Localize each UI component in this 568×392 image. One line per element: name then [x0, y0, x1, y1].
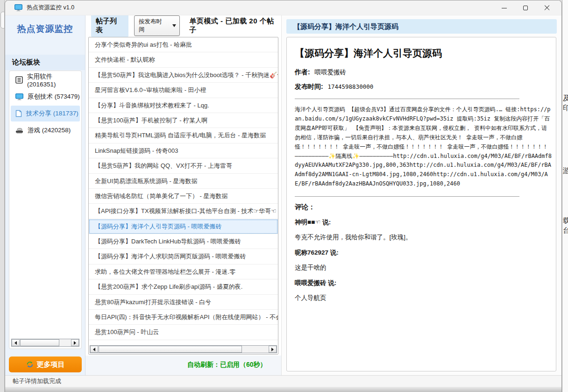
- app-icon: [14, 4, 22, 11]
- post-detail-card: 【源码分享】海洋个人引导页源码 作者: 喂喂爱搬砖 发布时间: 17445988…: [286, 37, 556, 371]
- sidebar: 热点资源监控 论坛板块 实用软件 (2016351) 原创技术 (573479)…: [5, 15, 85, 375]
- screen: 及 印 游 载 台 热点资源监控 v1.0 热点资源监控 论坛板块: [0, 0, 568, 392]
- scrollbar-thumb[interactable]: [99, 346, 242, 353]
- clipped-background-text: 载: [563, 216, 568, 225]
- post-list-item[interactable]: 文件快递柜 - 默认昵称: [89, 52, 278, 67]
- page-icon: [15, 110, 22, 117]
- divider: [295, 99, 519, 99]
- list-icon: [15, 76, 23, 84]
- post-list-item[interactable]: 【悬赏50葫芦】我这电脑进入bios为什么没boot选项？ - 千秋驹迷🎸七·: [89, 68, 278, 83]
- scrollbar-track[interactable]: [20, 339, 71, 346]
- comments-section-label: 评论：: [295, 203, 553, 212]
- app-brand-title: 热点资源监控: [5, 23, 85, 35]
- sidebar-item-original-tech[interactable]: 原创技术 (573479): [11, 89, 80, 105]
- post-list-item[interactable]: 星河留言板V1.6.0~审核功能来啦 - 田小橙: [89, 83, 278, 98]
- maximize-button[interactable]: [515, 0, 536, 15]
- author-label: 作者:: [295, 68, 310, 76]
- post-list-item[interactable]: 微信营销域名防红（简单美化了一下） - 星海数据: [89, 189, 278, 204]
- titlebar: 热点资源监控 v1.0: [5, 0, 561, 15]
- post-list-item[interactable]: 悬赏80葫芦kazumi打开提示连接错误 - 白兮: [89, 295, 278, 310]
- sidebar-horizontal-scrollbar[interactable]: [11, 339, 79, 347]
- post-list-item[interactable]: 悬赏100葫芦问 - 叶山云: [89, 325, 278, 340]
- post-listbox: 分享个类似奇异的ui as打包 - 哈麻批 文件快递柜 - 默认昵称 【悬赏50…: [88, 37, 278, 355]
- post-list-item[interactable]: 【分享】斗音换绑核对技术教程来了 - Lqg.: [89, 98, 278, 113]
- clipped-background-text: 印: [563, 104, 568, 113]
- post-list-header: 帖子列表 按发布时间 单页模式 - 已加载 20 个帖子: [85, 15, 281, 36]
- app-window: 热点资源监控 v1.0 热点资源监控 论坛板块 实用软件 (2016351): [5, 0, 562, 392]
- comment-author-name: 昵称762927: [295, 249, 328, 256]
- main-content: 热点资源监控 论坛板块 实用软件 (2016351) 原创技术 (573479)…: [5, 15, 561, 375]
- window-bottom-edge: [5, 387, 561, 392]
- author-value: 喂喂爱搬砖: [314, 69, 346, 76]
- post-detail-header: 【源码分享】海洋个人引导页源码: [286, 19, 557, 34]
- sidebar-item-utility-software[interactable]: 实用软件 (2016351): [11, 72, 80, 88]
- chevron-down-icon: [172, 24, 176, 27]
- post-list-footer: 自动刷新：已启用（60秒）: [85, 356, 281, 375]
- post-author-row: 作者: 喂喂爱搬砖: [295, 68, 553, 77]
- post-title: 【源码分享】海洋个人引导页源码: [295, 47, 553, 60]
- status-bar-text: 帖子详情加载完成: [13, 378, 61, 385]
- scrollbar-track[interactable]: [98, 346, 269, 353]
- comment-author: 昵称762927 说:: [295, 249, 553, 257]
- sidebar-item-label: 游戏 (2420258): [28, 126, 71, 135]
- refresh-icon: [26, 361, 34, 368]
- close-button[interactable]: [536, 0, 558, 15]
- post-list-item[interactable]: 精美导航引导页HTML源码 自适应手机/电脑，无后台 - 星海数据: [89, 128, 278, 143]
- post-list-item[interactable]: 【源码分享】海洋个人求职简历网页版源码 - 喂喂爱搬砖: [89, 249, 278, 264]
- post-list-item[interactable]: 求助，各位大佬文件管理器地址栏怎么展开 - 漫迷.零: [89, 264, 278, 279]
- monitor-icon: [15, 93, 23, 100]
- sidebar-item-label: 技术分享 (181737): [26, 109, 78, 118]
- comment-text: 这是干啥的: [295, 264, 553, 272]
- post-list-item[interactable]: 全新UI简易漂流瓶系统源码 - 星海数据: [89, 174, 278, 189]
- comment-author: 神明■■☜ 说:: [295, 218, 553, 227]
- sidebar-item-label: 实用软件 (2016351): [27, 72, 80, 88]
- background-window-right: 及 印 游 载 台: [562, 0, 568, 392]
- auto-refresh-status: 自动刷新：已启用（60秒）: [187, 361, 267, 369]
- post-list-item[interactable]: 【悬赏100葫芦】手机被控制了 - 柠某人啊: [89, 113, 278, 128]
- clipped-background-text: 游: [563, 166, 568, 175]
- window-controls: [493, 0, 558, 15]
- sort-dropdown-value: 按发布时间: [139, 18, 168, 34]
- post-list-item[interactable]: 【源码分享】DarkTech LinkHub导航源码 - 喂喂爱搬砖: [89, 234, 278, 249]
- comment-says-label: 说:: [322, 219, 331, 226]
- post-list-horizontal-scrollbar[interactable]: [90, 345, 277, 353]
- forum-section-title: 论坛板块: [5, 55, 85, 70]
- background-window-tab: [0, 12, 5, 29]
- post-list-item[interactable]: 【API接口分享】TX视频算法解析接口-其他平台自测 - 技术☞华哥☜: [89, 204, 278, 219]
- post-list-panel: 帖子列表 按发布时间 单页模式 - 已加载 20 个帖子 分享个类似奇异的ui …: [85, 15, 282, 375]
- sidebar-item-games[interactable]: 游戏 (2420258): [11, 122, 80, 138]
- post-list-title: 帖子列表: [91, 15, 128, 37]
- post-list-item[interactable]: LinkSnap短链接源码 - 传奇003: [89, 143, 278, 158]
- drive-icon: [15, 127, 23, 134]
- more-projects-button[interactable]: 更多项目: [9, 356, 82, 372]
- comment-author-name: 喂喂爱搬砖: [295, 279, 327, 286]
- comment-text: 个人导航页: [295, 294, 553, 302]
- minimize-button[interactable]: [493, 0, 515, 15]
- post-list-item[interactable]: 【悬赏5葫芦】我的网站 QQ、VX打不开 - 上海雷哥: [89, 158, 278, 173]
- post-content: 海洋个人引导页源码 【超级会员V3】通过百度网盘分享的文件：个人引导页源码.… …: [295, 105, 552, 189]
- sort-dropdown[interactable]: 按发布时间: [134, 15, 180, 36]
- clipped-background-text: 台: [563, 226, 568, 235]
- publish-time-value: 1744598830000: [327, 83, 373, 90]
- publish-time-label: 发布时间:: [295, 83, 323, 90]
- post-list-item-selected[interactable]: 【源码分享】海洋个人引导页源码 - 喂喂爱搬砖: [89, 219, 278, 234]
- scrollbar-thumb[interactable]: [20, 339, 59, 346]
- comment-author-name: 神明■■☜: [295, 219, 320, 226]
- scroll-left-button[interactable]: [90, 346, 98, 353]
- scroll-left-button[interactable]: [12, 339, 20, 346]
- sidebar-item-tech-share[interactable]: 技术分享 (181737): [11, 106, 80, 121]
- sidebar-item-label: 原创技术 (573479): [28, 93, 80, 101]
- page-mode-status: 单页模式 - 已加载 20 个帖子: [189, 17, 281, 35]
- post-detail-panel: 【源码分享】海洋个人引导页源码 【源码分享】海洋个人引导页源码 作者: 喂喂爱搬…: [282, 15, 561, 375]
- post-list-item[interactable]: 分享个类似奇异的ui as打包 - 哈麻批: [89, 37, 278, 52]
- window-title: 热点资源监控 v1.0: [27, 4, 74, 12]
- post-list-item[interactable]: 每日API(四)：抖音快手无水印视频解析API（附在线使用网站） - 不会php: [89, 310, 278, 325]
- status-bar: 帖子详情加载完成: [5, 375, 561, 387]
- post-list-item[interactable]: 【悬赏200葫芦】求个Zepp Life刷步api源码 - 盛夏的夜.: [89, 279, 278, 294]
- scroll-right-button[interactable]: [71, 339, 79, 346]
- scroll-right-button[interactable]: [269, 346, 277, 353]
- post-time-row: 发布时间: 1744598830000: [295, 83, 553, 91]
- comment-text: 夸克不允许使用，我给你和谐了。[玫瑰]。: [295, 233, 553, 242]
- background-window-left: [0, 0, 5, 392]
- clipped-background-text: 及: [563, 94, 568, 103]
